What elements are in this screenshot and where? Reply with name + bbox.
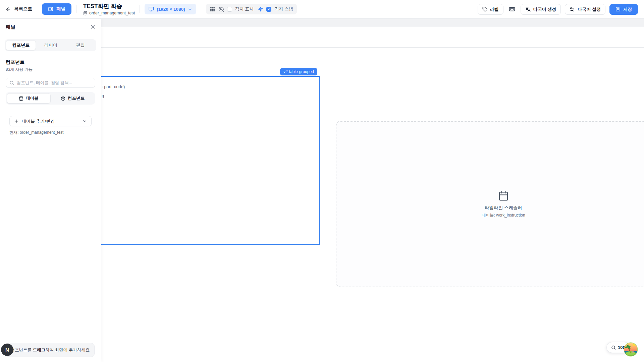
- package-icon: [61, 96, 65, 101]
- grid-snap-label: 격자 스냅: [274, 6, 293, 12]
- back-to-list-label: 목록으로: [14, 6, 32, 12]
- current-table-label: 현재: order_management_test: [9, 130, 95, 135]
- plus-icon: [14, 119, 19, 124]
- save-label: 저장: [623, 6, 632, 12]
- bound-table-label: order_management_test: [89, 11, 135, 15]
- i18n-settings-button[interactable]: 다국어 설정: [565, 4, 605, 15]
- tag-icon: [482, 7, 487, 12]
- hint-text-bold: 드래그: [33, 348, 46, 352]
- island-cursor-sticker: [623, 342, 638, 357]
- hint-text-prefix: 컴포넌트를: [11, 348, 33, 352]
- collaborator-cursor-avatar: N: [1, 344, 13, 356]
- arrow-left-icon: [5, 6, 11, 12]
- top-toolbar: 목록으로 패널 TEST화면 화승 order_management_test: [0, 0, 644, 19]
- source-toggle: 테이블 컴포넌트: [6, 92, 95, 105]
- timeline-scheduler-placeholder[interactable]: 타임라인 스케줄러 테이블: work_instruction: [336, 121, 644, 287]
- keyboard-shortcuts-button[interactable]: [507, 6, 517, 12]
- languages-icon: [525, 7, 531, 12]
- search-icon: [9, 80, 14, 85]
- calendar-icon: [498, 190, 509, 201]
- screen-size-dropdown[interactable]: (644 × 362): [145, 4, 196, 14]
- i18n-settings-label: 다국어 설정: [578, 6, 601, 12]
- lightning-icon: [258, 6, 263, 12]
- chevron-down-icon: [82, 119, 87, 124]
- toggle-tables-button[interactable]: 테이블: [7, 93, 51, 104]
- component-search-input[interactable]: [17, 80, 92, 85]
- drag-hint: 컴포넌트를 드래그하여 화면에 추가하세요: [6, 343, 95, 357]
- back-to-list-button[interactable]: 목록으로: [5, 6, 32, 12]
- settings-sliders-icon: [570, 7, 575, 12]
- grid-snap-checkbox[interactable]: [266, 7, 271, 12]
- page-title: TEST화면 화승: [83, 3, 135, 10]
- panel-close-button[interactable]: [90, 24, 96, 30]
- i18n-generate-button[interactable]: 다국어 생성: [521, 4, 561, 15]
- magnifier-icon: [611, 345, 616, 350]
- screen-size-value: (644 × 362): [157, 7, 185, 12]
- panel-tab-bar: 컴포넌트 레이어 편집: [5, 39, 96, 51]
- i18n-generate-label: 다국어 생성: [533, 6, 556, 12]
- eye-off-icon: [218, 6, 224, 12]
- grid-show-checkbox[interactable]: [227, 7, 232, 12]
- component-search: [6, 78, 95, 88]
- close-icon: [90, 24, 96, 30]
- screen-title-block: TEST화면 화승 order_management_test: [83, 3, 135, 15]
- label-button-text: 라벨: [490, 6, 499, 12]
- components-panel: 패널 컴포넌트 레이어 편집 컴포넌트 83개 사용 가능 테이블: [0, 19, 101, 362]
- hint-text-suffix: 하여 화면에 추가하세요: [45, 348, 90, 352]
- placeholder-title: 타임라인 스케줄러: [485, 205, 522, 211]
- toggle-components-label: 컴포넌트: [68, 96, 85, 101]
- toolbar-divider: [37, 5, 37, 13]
- grid-show-label: 격자 표시: [235, 6, 254, 12]
- panel-divider: [0, 35, 101, 35]
- database-icon: [19, 96, 23, 101]
- panel-toggle-label: 패널: [56, 6, 65, 12]
- panel-title: 패널: [6, 24, 15, 30]
- toolbar-divider: [76, 5, 76, 13]
- tab-edit[interactable]: 편집: [66, 40, 95, 50]
- save-button[interactable]: 저장: [609, 4, 638, 15]
- chevron-down-icon: [188, 7, 192, 11]
- keyboard-icon: [509, 6, 515, 12]
- placeholder-table-label: 테이블: work_instruction: [482, 213, 525, 218]
- toolbar-divider: [201, 5, 201, 13]
- grid-icon: [210, 6, 215, 12]
- grid-controls: 격자 표시 격자 스냅: [206, 4, 297, 14]
- save-icon: [615, 7, 621, 12]
- components-section-title: 컴포넌트: [6, 59, 95, 65]
- database-icon: [83, 11, 88, 15]
- component-type-badge: v2-table-grouped: [280, 68, 317, 75]
- tab-components[interactable]: 컴포넌트: [6, 40, 36, 50]
- monitor-icon: [149, 6, 154, 12]
- add-table-label: 테이블 추가/변경: [22, 118, 79, 124]
- toggle-tables-label: 테이블: [26, 96, 39, 101]
- toggle-components-button[interactable]: 컴포넌트: [51, 93, 95, 104]
- panel-toggle-button[interactable]: 패널: [42, 3, 71, 15]
- toolbar-divider: [140, 5, 140, 13]
- component-subtitle-fragment: g: [102, 93, 104, 98]
- component-title-fragment: : part_code): [102, 84, 125, 89]
- panel-divider: [6, 141, 95, 141]
- components-count: 83개 사용 가능: [6, 67, 95, 72]
- tab-layers[interactable]: 레이어: [36, 40, 65, 50]
- label-button[interactable]: 라벨: [478, 4, 503, 15]
- add-table-dropdown[interactable]: 테이블 추가/변경: [9, 116, 92, 126]
- panel-left-icon: [48, 6, 53, 12]
